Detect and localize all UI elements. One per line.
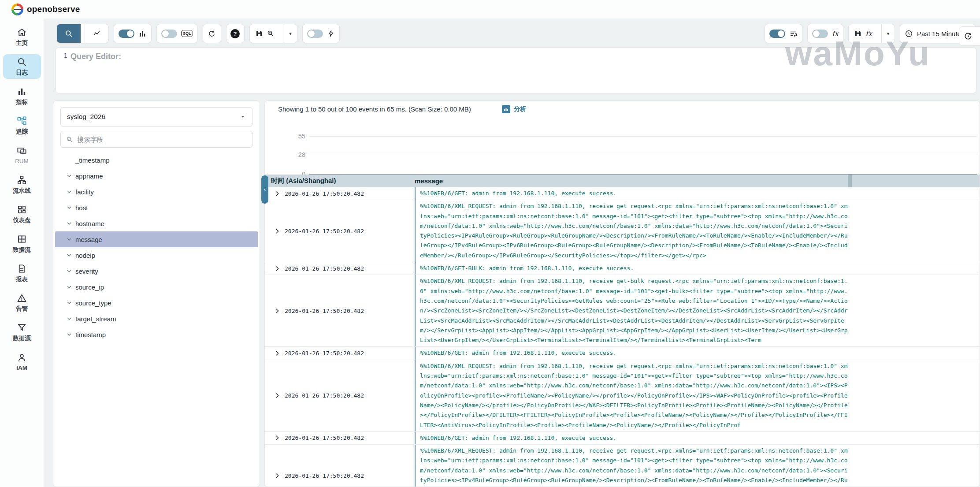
sidebar-item-label: RUM <box>15 158 29 164</box>
field-item-source_type[interactable]: source_type <box>53 295 260 311</box>
collapse-field-panel-button[interactable]: ‹ <box>261 175 268 204</box>
field-search-input[interactable] <box>77 136 247 143</box>
metrics-mode-button[interactable] <box>85 24 108 43</box>
saved-function-caret[interactable]: ▾ <box>881 24 895 43</box>
analyze-button[interactable]: 分析 <box>502 105 527 113</box>
log-row-time-cell: 2026-01-26 17:50:20.482 <box>265 350 415 357</box>
field-item-severity[interactable]: severity <box>53 263 260 279</box>
sidebar-item-metrics[interactable]: 指标 <box>3 84 41 108</box>
sidebar-item-streams[interactable]: 数据流 <box>3 231 41 256</box>
log-timestamp: 2026-01-26 17:50:20.482 <box>285 228 364 234</box>
expand-row-icon[interactable] <box>275 228 280 234</box>
field-item-target_stream[interactable]: target_stream <box>53 311 260 327</box>
log-timestamp: 2026-01-26 17:50:20.482 <box>285 435 364 441</box>
sidebar-item-reports[interactable]: 报表 <box>3 261 41 286</box>
events-table-body: 2026-01-26 17:50:20.482%%10WEB/6/GET: ad… <box>265 187 980 487</box>
log-row-message-cell: %%10WEB/6/GET: admin from 192.168.1.110,… <box>415 432 980 444</box>
histogram-plot-area: 17:3617:3817:4017:4217:4417:4617:48 <box>309 117 977 175</box>
chevron-down-icon[interactable] <box>67 316 72 321</box>
field-list: _timestampappnamefacilityhosthostnamemes… <box>53 152 260 342</box>
expand-row-icon[interactable] <box>275 435 280 441</box>
sidebar-item-label: 数据源 <box>13 335 31 342</box>
toolbar-right-group: fx fx ▾ Past 15 Minutes ▾ <box>765 24 976 43</box>
logs-toolbar: SQL ? ▾ fx <box>48 21 980 46</box>
search-mode-button[interactable] <box>57 24 81 43</box>
field-name: source_type <box>75 299 111 307</box>
expand-row-icon[interactable] <box>275 191 280 197</box>
sidebar-item-home[interactable]: 主页 <box>3 25 41 49</box>
field-item-source_ip[interactable]: source_ip <box>53 279 260 295</box>
chevron-down-icon[interactable] <box>67 237 72 242</box>
refresh-interval-button[interactable] <box>959 26 980 46</box>
histogram-toggle[interactable] <box>119 30 134 38</box>
quick-mode-toggle[interactable] <box>307 30 323 38</box>
sidebar-item-label: 主页 <box>16 39 28 47</box>
sidebar-item-alerts[interactable]: 告警 <box>3 290 41 315</box>
openobserve-logo[interactable]: openobserve <box>11 4 80 15</box>
bar-chart-icon <box>17 86 27 97</box>
chevron-down-icon[interactable] <box>67 300 72 305</box>
sidebar-item-logs[interactable]: 日志 <box>3 54 41 79</box>
events-histogram[interactable]: 17:3617:3817:4017:4217:4417:4617:48 5528… <box>265 117 980 173</box>
chevron-down-icon[interactable] <box>67 253 72 258</box>
chevron-down-icon[interactable] <box>67 332 72 337</box>
sidebar-item-datasources[interactable]: 数据源 <box>3 320 41 345</box>
chevron-down-icon[interactable] <box>67 284 72 290</box>
search-list-icon <box>267 30 275 37</box>
field-item-_timestamp[interactable]: _timestamp <box>53 152 260 168</box>
field-search <box>60 131 252 148</box>
reset-query-button[interactable] <box>203 24 221 43</box>
chevron-down-icon <box>240 114 246 120</box>
table-scrollbar-thumb[interactable] <box>848 175 852 187</box>
chevron-down-icon[interactable] <box>67 189 72 194</box>
wrap-lines-toggle[interactable] <box>769 30 785 38</box>
field-item-message[interactable]: message <box>55 231 258 247</box>
log-table-row[interactable]: 2026-01-26 17:50:20.482%%10WEB/6/GET: ad… <box>265 432 980 445</box>
expand-row-icon[interactable] <box>275 393 280 398</box>
log-table-row[interactable]: 2026-01-26 17:50:20.482%%10WEB/6/GET: ad… <box>265 347 980 360</box>
expand-row-icon[interactable] <box>275 308 280 314</box>
sidebar-item-iam[interactable]: IAM <box>3 349 41 374</box>
sidebar-item-traces[interactable]: 追踪 <box>3 113 41 138</box>
field-name: hostname <box>75 220 104 227</box>
field-item-timestamp[interactable]: timestamp <box>53 327 260 342</box>
log-table-row[interactable]: 2026-01-26 17:50:20.482%%10WEB/6/XML_REQ… <box>265 200 980 262</box>
field-item-host[interactable]: host <box>53 200 260 216</box>
histogram-y-tick-label: 28 <box>298 151 305 158</box>
log-row-message-cell: %%10WEB/6/XML_REQUEST: admin from 192.16… <box>415 200 980 262</box>
log-timestamp: 2026-01-26 17:50:20.482 <box>285 190 364 197</box>
search-mode-segmented <box>56 24 109 43</box>
log-row-message-cell: %%10WEB/6/XML_REQUEST: admin from 192.16… <box>415 360 980 431</box>
save-function-button[interactable]: fx <box>849 30 877 38</box>
sidebar-item-rum[interactable]: RUM <box>3 143 41 167</box>
function-toggle[interactable] <box>812 30 828 38</box>
chevron-down-icon[interactable] <box>67 268 72 274</box>
stream-select[interactable]: syslog_2026 <box>60 107 252 126</box>
saved-search-button[interactable] <box>250 30 280 37</box>
log-table-row[interactable]: 2026-01-26 17:50:20.482%%10WEB/6/GET: ad… <box>265 187 980 200</box>
log-row-message-cell: %%10WEB/6/GET: admin from 192.168.1.110,… <box>415 347 980 359</box>
sidebar-item-dashboards[interactable]: 仪表盘 <box>3 202 41 227</box>
saved-searches-caret[interactable]: ▾ <box>284 24 297 43</box>
field-item-facility[interactable]: facility <box>53 184 260 200</box>
expand-row-icon[interactable] <box>275 350 280 356</box>
log-table-row[interactable]: 2026-01-26 17:50:20.482%%10WEB/6/XML_REQ… <box>265 275 980 347</box>
chevron-down-icon[interactable] <box>67 173 72 178</box>
log-table-row[interactable]: 2026-01-26 17:50:20.482%%10WEB/6/GET-BUL… <box>265 262 980 275</box>
field-item-nodeip[interactable]: nodeip <box>53 247 260 263</box>
expand-row-icon[interactable] <box>275 266 280 271</box>
query-editor[interactable]: 1 Query Editor: <box>56 47 976 93</box>
expand-row-icon[interactable] <box>275 473 280 479</box>
chevron-down-icon[interactable] <box>67 205 72 210</box>
sidebar-item-pipelines[interactable]: 流水线 <box>3 172 41 197</box>
sql-mode-toggle[interactable] <box>161 30 177 38</box>
field-item-hostname[interactable]: hostname <box>53 216 260 231</box>
chevron-down-icon[interactable] <box>67 221 72 226</box>
field-item-appname[interactable]: appname <box>53 168 260 184</box>
funnel-icon <box>17 323 27 333</box>
log-message: %%10WEB/6/GET: admin from 192.168.1.110,… <box>420 348 616 358</box>
saved-function-split-button: fx ▾ <box>848 24 895 43</box>
help-button[interactable]: ? <box>226 24 245 43</box>
log-table-row[interactable]: 2026-01-26 17:50:20.482%%10WEB/6/XML_REQ… <box>265 360 980 432</box>
log-table-row[interactable]: 2026-01-26 17:50:20.482%%10WEB/6/XML_REQ… <box>265 445 980 487</box>
